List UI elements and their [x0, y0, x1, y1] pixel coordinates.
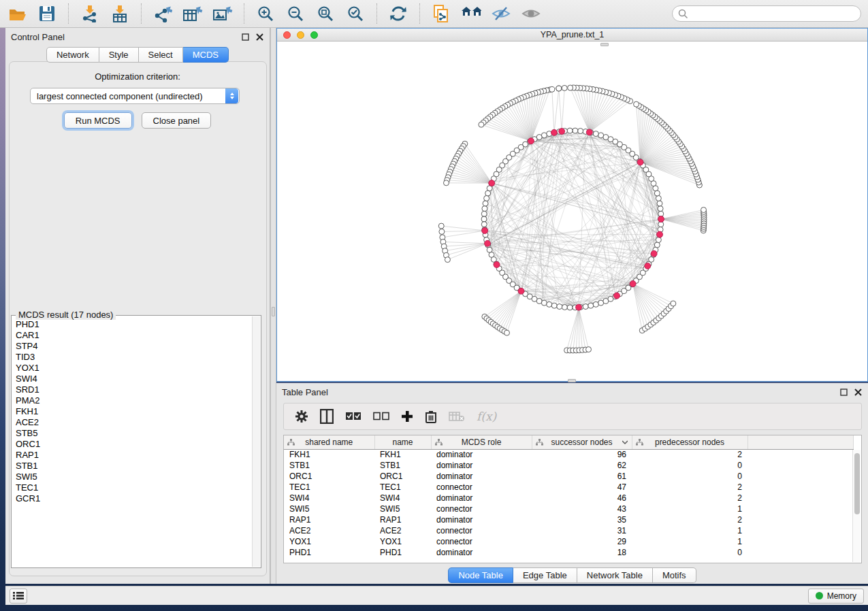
- show-columns-icon[interactable]: [320, 408, 334, 425]
- table-cell[interactable]: TEC1: [374, 482, 431, 493]
- table-cell[interactable]: STB1: [284, 460, 374, 471]
- table-cell[interactable]: 35: [532, 514, 632, 525]
- mcds-hub-node[interactable]: [614, 293, 620, 299]
- table-cell[interactable]: YOX1: [374, 536, 431, 547]
- mcds-hub-node[interactable]: [494, 261, 500, 267]
- mcds-result-item[interactable]: STP4: [16, 341, 252, 352]
- mcds-result-item[interactable]: ORC1: [16, 439, 252, 450]
- table-row[interactable]: RAP1RAP1dominator352: [284, 514, 853, 525]
- table-cell[interactable]: SWI5: [284, 503, 374, 514]
- table-cell[interactable]: 0: [632, 471, 748, 482]
- table-cell[interactable]: [748, 514, 853, 525]
- table-row[interactable]: YOX1YOX1connector291: [284, 536, 853, 547]
- table-scrollbar-thumb[interactable]: [854, 453, 860, 514]
- table-cell[interactable]: connector: [431, 525, 532, 536]
- table-cell[interactable]: [748, 493, 853, 503]
- float-panel-icon[interactable]: [241, 33, 250, 42]
- ring-node[interactable]: [485, 191, 491, 196]
- ring-node[interactable]: [658, 222, 664, 227]
- ring-node[interactable]: [483, 201, 488, 206]
- column-header-MCDS-role[interactable]: MCDS role: [431, 435, 532, 449]
- table-cell[interactable]: 2: [632, 493, 748, 503]
- leaf-node[interactable]: [439, 229, 445, 234]
- table-cell[interactable]: 1: [632, 503, 748, 514]
- mcds-result-item[interactable]: SWI5: [16, 472, 252, 482]
- table-cell[interactable]: 2: [632, 449, 748, 460]
- leaf-node[interactable]: [671, 301, 676, 306]
- table-cell[interactable]: YOX1: [284, 536, 374, 547]
- tab-edge-table[interactable]: Edge Table: [513, 567, 577, 583]
- table-cell[interactable]: SWI5: [374, 503, 431, 514]
- table-row[interactable]: SWI4SWI4dominator462: [284, 493, 853, 503]
- leaf-node[interactable]: [568, 85, 573, 90]
- table-cell[interactable]: 0: [632, 547, 748, 558]
- table-cell[interactable]: dominator: [431, 460, 532, 471]
- mcds-hub-node[interactable]: [657, 231, 663, 237]
- mcds-hub-node[interactable]: [576, 304, 582, 310]
- table-cell[interactable]: [748, 482, 853, 493]
- mcds-hub-node[interactable]: [658, 216, 664, 222]
- table-cell[interactable]: RAP1: [284, 514, 374, 525]
- table-cell[interactable]: SWI4: [284, 493, 374, 503]
- ring-node[interactable]: [578, 129, 583, 134]
- mcds-hub-node[interactable]: [482, 227, 488, 233]
- table-cell[interactable]: [748, 536, 853, 547]
- search-input[interactable]: [672, 5, 861, 22]
- table-row[interactable]: PHD1PHD1dominator180: [284, 547, 853, 558]
- tab-select[interactable]: Select: [139, 47, 183, 63]
- table-cell[interactable]: 1: [632, 536, 748, 547]
- ring-node[interactable]: [573, 128, 578, 133]
- mcds-result-item[interactable]: GCR1: [16, 493, 252, 504]
- leaf-node[interactable]: [445, 257, 450, 263]
- mcds-result-item[interactable]: TEC1: [16, 482, 252, 493]
- mcds-hub-node[interactable]: [559, 128, 565, 134]
- ring-node[interactable]: [567, 128, 573, 133]
- top-splitter-grip[interactable]: [600, 43, 609, 46]
- ring-node[interactable]: [481, 222, 487, 227]
- table-cell[interactable]: STB1: [374, 460, 431, 471]
- mcds-result-item[interactable]: YOX1: [16, 363, 252, 374]
- leaf-node[interactable]: [562, 85, 567, 90]
- table-cell[interactable]: dominator: [431, 471, 532, 482]
- table-row[interactable]: ACE2ACE2connector311: [284, 525, 853, 536]
- mcds-result-item[interactable]: CAR1: [16, 330, 252, 341]
- table-cell[interactable]: ACE2: [374, 525, 431, 536]
- table-cell[interactable]: 1: [632, 525, 748, 536]
- table-row[interactable]: FKH1FKH1dominator962: [284, 449, 853, 460]
- deselect-all-rows-icon[interactable]: [373, 408, 389, 425]
- mcds-result-item[interactable]: SRD1: [16, 384, 252, 395]
- ring-node[interactable]: [654, 191, 660, 196]
- import-table-icon[interactable]: [110, 3, 130, 24]
- ring-node[interactable]: [557, 304, 562, 310]
- table-cell[interactable]: ACE2: [284, 525, 374, 536]
- ring-node[interactable]: [598, 133, 604, 138]
- table-cell[interactable]: 0: [632, 460, 748, 471]
- leaf-node[interactable]: [586, 347, 592, 352]
- table-scrollbar[interactable]: [852, 450, 861, 562]
- mcds-hub-node[interactable]: [551, 129, 557, 135]
- table-cell[interactable]: connector: [431, 536, 532, 547]
- ring-node[interactable]: [593, 131, 598, 137]
- close-table-panel-icon[interactable]: [854, 388, 863, 397]
- table-cell[interactable]: dominator: [431, 449, 532, 460]
- hide-selected-icon[interactable]: [491, 3, 511, 24]
- table-cell[interactable]: TEC1: [284, 482, 374, 493]
- mcds-result-item[interactable]: STB5: [16, 428, 252, 439]
- leaf-node[interactable]: [556, 86, 562, 91]
- column-header-successor-nodes[interactable]: successor nodes: [532, 435, 632, 449]
- mcds-result-item[interactable]: ACE2: [16, 417, 252, 428]
- table-cell[interactable]: FKH1: [374, 449, 431, 460]
- table-cell[interactable]: [748, 525, 853, 536]
- column-header-predecessor-nodes[interactable]: predecessor nodes: [632, 435, 748, 449]
- table-mode-icon[interactable]: [295, 408, 308, 425]
- table-cell[interactable]: 62: [532, 460, 632, 471]
- table-cell[interactable]: [748, 449, 853, 460]
- criterion-dropdown[interactable]: largest connected component (undirected): [30, 88, 240, 104]
- zoom-selected-icon[interactable]: [345, 3, 366, 24]
- task-history-button[interactable]: [10, 589, 27, 604]
- close-panel-button[interactable]: Close panel: [142, 112, 212, 129]
- mcds-hub-node[interactable]: [586, 129, 592, 135]
- ring-node[interactable]: [654, 242, 660, 248]
- mcds-result-item[interactable]: SWI4: [16, 374, 252, 384]
- mcds-hub-node[interactable]: [485, 240, 491, 246]
